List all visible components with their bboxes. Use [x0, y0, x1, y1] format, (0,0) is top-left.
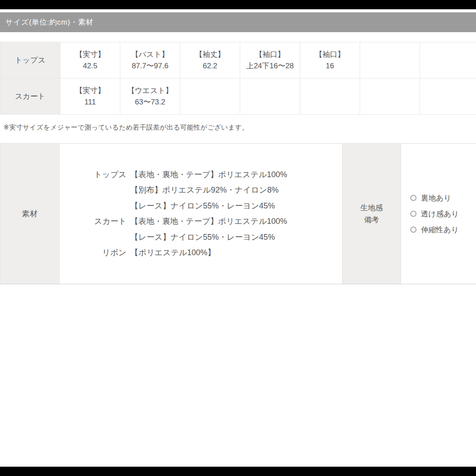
- circle-outline-icon: [410, 211, 416, 217]
- material-lines: トップス 【表地・裏地・テープ】ポリエステル100% 【別布】ポリエステル92%…: [60, 167, 342, 261]
- size-cell-empty: [420, 78, 476, 115]
- size-cell-label: 【実寸】: [60, 49, 120, 60]
- fabric-notes-header-line2: 備考: [364, 214, 379, 226]
- material-row-header: 素材: [0, 144, 60, 284]
- size-cell-jissun: 【実寸】 111: [60, 78, 120, 115]
- circle-outline-icon: [410, 227, 416, 233]
- size-row-header-tops: トップス: [0, 42, 60, 78]
- size-cell-value: 63〜73.2: [120, 97, 180, 108]
- section-title-bar: サイズ(単位:約cm)・素材: [0, 12, 476, 32]
- size-cell-value: 16: [300, 60, 360, 72]
- size-cell-sleeve-length: 【袖丈】 62.2: [180, 42, 240, 78]
- material-line-label: リボン: [60, 245, 126, 261]
- size-cell-value: 62.2: [180, 60, 240, 72]
- size-cell-label: 【袖口】: [240, 49, 300, 60]
- size-cell-cuff-1: 【袖口】 上24下16〜28: [240, 42, 300, 78]
- fabric-notes-header-line1: 生地感: [361, 202, 383, 214]
- list-item-sheerness: 透け感あり: [410, 206, 476, 222]
- size-cell-label: 【袖口】: [300, 49, 360, 60]
- material-content-cell: トップス 【表地・裏地・テープ】ポリエステル100% 【別布】ポリエステル92%…: [60, 144, 342, 284]
- list-item-lining: 裏地あり: [410, 190, 476, 206]
- fabric-notes-list: 裏地あり 透け感あり 伸縮性あり: [401, 144, 476, 284]
- size-cell-empty: [420, 42, 476, 78]
- material-line-label: トップス: [60, 167, 126, 183]
- material-line-detail: 【レース】ナイロン55%・レーヨン45%: [130, 230, 342, 245]
- size-cell-label: 【実寸】: [60, 85, 120, 97]
- size-cell-value: 87.7〜97.6: [120, 60, 180, 72]
- material-table: 素材 トップス 【表地・裏地・テープ】ポリエステル100% 【別布】ポリエステル…: [0, 143, 476, 284]
- list-item-stretch: 伸縮性あり: [410, 222, 476, 238]
- size-cell-cuff-2: 【袖口】 16: [300, 42, 360, 78]
- size-cell-jissun: 【実寸】 42.5: [60, 42, 120, 78]
- material-line-label: [60, 182, 126, 198]
- size-cell-value: 42.5: [60, 60, 120, 72]
- material-line-detail: 【表地・裏地・テープ】ポリエステル100%: [130, 167, 342, 183]
- material-line-detail: 【レース】ナイロン55%・レーヨン45%: [130, 198, 342, 214]
- size-cell-label: 【袖丈】: [180, 49, 240, 60]
- material-line-detail: 【別布】ポリエステル92%・ナイロン8%: [130, 182, 342, 198]
- size-table: トップス 【実寸】 42.5 【バスト】 87.7〜97.6 【袖丈】 62.2…: [0, 42, 476, 115]
- measurement-disclaimer: ※実寸サイズをメジャーで測っているため若干誤差が出る可能性がございます。: [4, 123, 249, 132]
- size-cell-label: 【バスト】: [120, 49, 180, 60]
- top-letterbox-bar: [0, 0, 476, 9]
- circle-outline-icon: [410, 195, 416, 201]
- table-row-skirt: スカート 【実寸】 111 【ウエスト】 63〜73.2: [0, 78, 476, 115]
- material-line-label: スカート: [60, 214, 126, 230]
- bottom-letterbox-bar: [0, 467, 476, 476]
- size-cell-bust: 【バスト】 87.7〜97.6: [120, 42, 180, 78]
- fabric-note-text: 透け感あり: [421, 209, 459, 219]
- size-cell-value: 111: [60, 97, 120, 108]
- size-cell-empty: [180, 78, 240, 115]
- size-cell-empty: [360, 42, 420, 78]
- size-cell-label: 【ウエスト】: [120, 85, 180, 97]
- fabric-note-text: 伸縮性あり: [421, 225, 459, 235]
- table-row-tops: トップス 【実寸】 42.5 【バスト】 87.7〜97.6 【袖丈】 62.2…: [0, 42, 476, 78]
- material-line-detail: 【表地・裏地・テープ】ポリエステル100%: [130, 214, 342, 230]
- section-title: サイズ(単位:約cm)・素材: [5, 18, 93, 26]
- material-line-label: [60, 230, 126, 245]
- size-cell-empty: [300, 78, 360, 115]
- material-line-label: [60, 198, 126, 214]
- size-cell-waist: 【ウエスト】 63〜73.2: [120, 78, 180, 115]
- material-line-detail: 【ポリエステル100%】: [130, 245, 342, 261]
- fabric-notes-header: 生地感 備考: [342, 144, 401, 284]
- fabric-note-text: 裏地あり: [421, 193, 451, 203]
- size-cell-empty: [360, 78, 420, 115]
- size-cell-value: 上24下16〜28: [240, 60, 300, 72]
- size-row-header-skirt: スカート: [0, 78, 60, 115]
- size-cell-empty: [240, 78, 300, 115]
